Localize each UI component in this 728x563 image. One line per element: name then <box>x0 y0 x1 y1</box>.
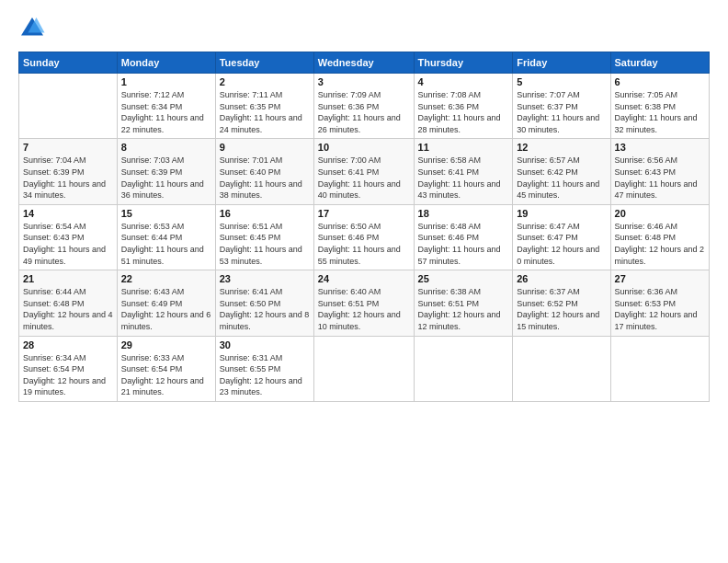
day-number: 2 <box>220 76 310 87</box>
calendar-cell: 10Sunrise: 7:00 AM Sunset: 6:41 PM Dayli… <box>313 139 414 204</box>
day-info: Sunrise: 7:05 AM Sunset: 6:38 PM Dayligh… <box>615 89 705 135</box>
day-info: Sunrise: 7:12 AM Sunset: 6:34 PM Dayligh… <box>121 89 211 135</box>
logo-icon <box>18 15 46 42</box>
day-number: 4 <box>418 76 509 87</box>
day-number: 29 <box>121 339 211 350</box>
calendar-header: Sunday Monday Tuesday Wednesday Thursday… <box>19 52 710 74</box>
calendar-cell <box>313 336 414 401</box>
day-number: 5 <box>517 76 606 87</box>
day-info: Sunrise: 7:08 AM Sunset: 6:36 PM Dayligh… <box>418 89 509 135</box>
day-number: 15 <box>121 208 211 219</box>
calendar-week-4: 28Sunrise: 6:34 AM Sunset: 6:54 PM Dayli… <box>19 336 710 401</box>
day-number: 19 <box>517 208 606 219</box>
page: Sunday Monday Tuesday Wednesday Thursday… <box>0 0 728 563</box>
day-info: Sunrise: 6:43 AM Sunset: 6:49 PM Dayligh… <box>121 286 211 332</box>
day-info: Sunrise: 6:37 AM Sunset: 6:52 PM Dayligh… <box>517 286 606 332</box>
day-number: 18 <box>418 208 509 219</box>
calendar-week-3: 21Sunrise: 6:44 AM Sunset: 6:48 PM Dayli… <box>19 270 710 336</box>
calendar-cell: 15Sunrise: 6:53 AM Sunset: 6:44 PM Dayli… <box>117 204 215 270</box>
calendar-cell: 25Sunrise: 6:38 AM Sunset: 6:51 PM Dayli… <box>414 270 513 336</box>
day-info: Sunrise: 6:56 AM Sunset: 6:43 PM Dayligh… <box>615 155 705 201</box>
day-number: 25 <box>418 273 509 284</box>
day-number: 27 <box>615 273 705 284</box>
day-number: 12 <box>517 142 606 153</box>
day-info: Sunrise: 6:58 AM Sunset: 6:41 PM Dayligh… <box>418 155 509 201</box>
day-info: Sunrise: 6:36 AM Sunset: 6:53 PM Dayligh… <box>615 286 705 332</box>
logo <box>18 15 50 42</box>
day-number: 21 <box>23 273 113 284</box>
calendar-cell: 5Sunrise: 7:07 AM Sunset: 6:37 PM Daylig… <box>513 74 610 139</box>
col-thursday: Thursday <box>414 52 513 74</box>
calendar-cell: 6Sunrise: 7:05 AM Sunset: 6:38 PM Daylig… <box>610 74 709 139</box>
calendar-cell: 14Sunrise: 6:54 AM Sunset: 6:43 PM Dayli… <box>19 204 118 270</box>
calendar-cell: 11Sunrise: 6:58 AM Sunset: 6:41 PM Dayli… <box>414 139 513 204</box>
calendar-cell: 23Sunrise: 6:41 AM Sunset: 6:50 PM Dayli… <box>215 270 313 336</box>
calendar-cell: 13Sunrise: 6:56 AM Sunset: 6:43 PM Dayli… <box>610 139 709 204</box>
day-number: 9 <box>220 142 310 153</box>
day-number: 8 <box>121 142 211 153</box>
calendar-cell <box>610 336 709 401</box>
col-tuesday: Tuesday <box>215 52 313 74</box>
day-info: Sunrise: 6:57 AM Sunset: 6:42 PM Dayligh… <box>517 155 606 201</box>
calendar-cell: 24Sunrise: 6:40 AM Sunset: 6:51 PM Dayli… <box>313 270 414 336</box>
calendar-cell: 18Sunrise: 6:48 AM Sunset: 6:46 PM Dayli… <box>414 204 513 270</box>
header <box>18 15 710 42</box>
day-info: Sunrise: 6:53 AM Sunset: 6:44 PM Dayligh… <box>121 221 211 267</box>
calendar-cell: 2Sunrise: 7:11 AM Sunset: 6:35 PM Daylig… <box>215 74 313 139</box>
day-number: 6 <box>615 76 705 87</box>
day-info: Sunrise: 6:47 AM Sunset: 6:47 PM Dayligh… <box>517 221 606 267</box>
day-info: Sunrise: 7:11 AM Sunset: 6:35 PM Dayligh… <box>220 89 310 135</box>
day-info: Sunrise: 6:50 AM Sunset: 6:46 PM Dayligh… <box>318 221 410 267</box>
day-number: 17 <box>318 208 410 219</box>
day-info: Sunrise: 6:40 AM Sunset: 6:51 PM Dayligh… <box>318 286 410 332</box>
calendar-cell: 21Sunrise: 6:44 AM Sunset: 6:48 PM Dayli… <box>19 270 118 336</box>
day-number: 3 <box>318 76 410 87</box>
day-info: Sunrise: 6:33 AM Sunset: 6:54 PM Dayligh… <box>121 352 211 398</box>
calendar-week-0: 1Sunrise: 7:12 AM Sunset: 6:34 PM Daylig… <box>19 74 710 139</box>
day-info: Sunrise: 6:46 AM Sunset: 6:48 PM Dayligh… <box>615 221 705 267</box>
day-number: 1 <box>121 76 211 87</box>
calendar-cell: 1Sunrise: 7:12 AM Sunset: 6:34 PM Daylig… <box>117 74 215 139</box>
calendar-cell: 28Sunrise: 6:34 AM Sunset: 6:54 PM Dayli… <box>19 336 118 401</box>
calendar-cell: 4Sunrise: 7:08 AM Sunset: 6:36 PM Daylig… <box>414 74 513 139</box>
calendar-cell: 19Sunrise: 6:47 AM Sunset: 6:47 PM Dayli… <box>513 204 610 270</box>
day-info: Sunrise: 6:48 AM Sunset: 6:46 PM Dayligh… <box>418 221 509 267</box>
day-number: 14 <box>23 208 113 219</box>
day-number: 23 <box>220 273 310 284</box>
calendar-cell: 22Sunrise: 6:43 AM Sunset: 6:49 PM Dayli… <box>117 270 215 336</box>
day-info: Sunrise: 7:00 AM Sunset: 6:41 PM Dayligh… <box>318 155 410 201</box>
col-wednesday: Wednesday <box>313 52 414 74</box>
day-number: 7 <box>23 142 113 153</box>
day-info: Sunrise: 6:44 AM Sunset: 6:48 PM Dayligh… <box>23 286 113 332</box>
day-number: 11 <box>418 142 509 153</box>
header-row: Sunday Monday Tuesday Wednesday Thursday… <box>19 52 710 74</box>
calendar-cell <box>414 336 513 401</box>
day-number: 26 <box>517 273 606 284</box>
day-info: Sunrise: 6:31 AM Sunset: 6:55 PM Dayligh… <box>220 352 310 398</box>
calendar-cell: 12Sunrise: 6:57 AM Sunset: 6:42 PM Dayli… <box>513 139 610 204</box>
calendar-cell: 16Sunrise: 6:51 AM Sunset: 6:45 PM Dayli… <box>215 204 313 270</box>
day-info: Sunrise: 7:03 AM Sunset: 6:39 PM Dayligh… <box>121 155 211 201</box>
day-number: 22 <box>121 273 211 284</box>
day-info: Sunrise: 7:01 AM Sunset: 6:40 PM Dayligh… <box>220 155 310 201</box>
day-info: Sunrise: 6:38 AM Sunset: 6:51 PM Dayligh… <box>418 286 509 332</box>
day-number: 30 <box>220 339 310 350</box>
calendar-week-1: 7Sunrise: 7:04 AM Sunset: 6:39 PM Daylig… <box>19 139 710 204</box>
day-info: Sunrise: 6:34 AM Sunset: 6:54 PM Dayligh… <box>23 352 113 398</box>
day-number: 16 <box>220 208 310 219</box>
calendar-cell: 20Sunrise: 6:46 AM Sunset: 6:48 PM Dayli… <box>610 204 709 270</box>
day-info: Sunrise: 7:04 AM Sunset: 6:39 PM Dayligh… <box>23 155 113 201</box>
calendar-cell <box>19 74 118 139</box>
day-info: Sunrise: 7:09 AM Sunset: 6:36 PM Dayligh… <box>318 89 410 135</box>
day-info: Sunrise: 6:41 AM Sunset: 6:50 PM Dayligh… <box>220 286 310 332</box>
calendar-table: Sunday Monday Tuesday Wednesday Thursday… <box>18 52 710 402</box>
day-number: 20 <box>615 208 705 219</box>
calendar-week-2: 14Sunrise: 6:54 AM Sunset: 6:43 PM Dayli… <box>19 204 710 270</box>
calendar-cell: 9Sunrise: 7:01 AM Sunset: 6:40 PM Daylig… <box>215 139 313 204</box>
calendar-cell: 30Sunrise: 6:31 AM Sunset: 6:55 PM Dayli… <box>215 336 313 401</box>
calendar-cell: 27Sunrise: 6:36 AM Sunset: 6:53 PM Dayli… <box>610 270 709 336</box>
day-info: Sunrise: 7:07 AM Sunset: 6:37 PM Dayligh… <box>517 89 606 135</box>
day-number: 28 <box>23 339 113 350</box>
calendar-body: 1Sunrise: 7:12 AM Sunset: 6:34 PM Daylig… <box>19 74 710 402</box>
day-info: Sunrise: 6:51 AM Sunset: 6:45 PM Dayligh… <box>220 221 310 267</box>
